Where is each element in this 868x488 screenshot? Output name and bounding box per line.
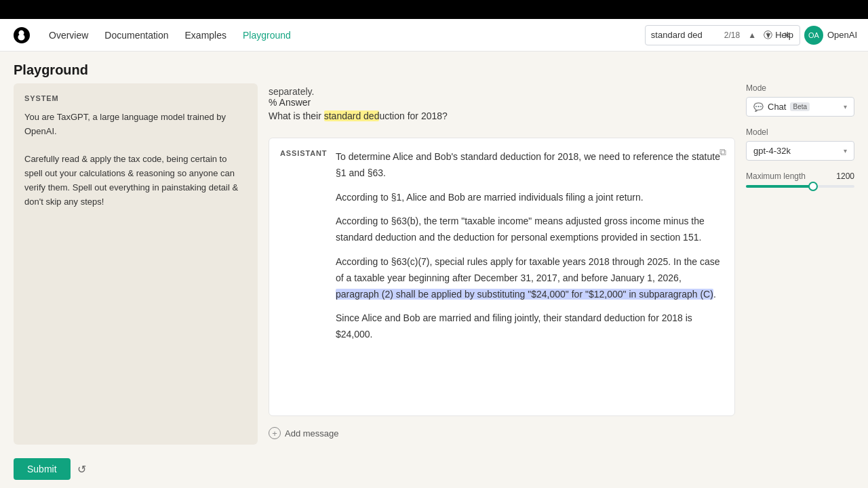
assistant-para-2: According to §1, Alice and Bob are marri… — [336, 190, 724, 206]
system-text[interactable]: You are TaxGPT, a large language model t… — [24, 110, 247, 209]
submit-row: Submit ↺ — [0, 453, 868, 488]
avatar-initials: OA — [808, 31, 819, 39]
slider-container — [746, 185, 854, 188]
slider-track — [746, 185, 854, 188]
add-message-row: + Add message — [269, 422, 735, 445]
copy-icon[interactable]: ⧉ — [719, 146, 726, 158]
assistant-message: ASSISTANT To determine Alice and Bob's s… — [269, 138, 735, 416]
chat-area: separately. % Answer What is their stand… — [269, 83, 735, 445]
model-select[interactable]: gpt-4-32k ▾ — [746, 141, 854, 161]
assistant-para-4: According to §63(c)(7), special rules ap… — [336, 254, 724, 302]
mode-label: Mode — [746, 83, 854, 93]
page-title: Playground — [14, 62, 854, 78]
navbar: Overview Documentation Examples Playgrou… — [0, 19, 868, 52]
search-input[interactable] — [651, 30, 719, 40]
add-message-button[interactable]: + Add message — [269, 427, 339, 439]
mode-value: Chat — [768, 102, 786, 112]
nav-overview[interactable]: Overview — [49, 30, 88, 41]
blue-highlight: paragraph (2) shall be applied by substi… — [336, 289, 713, 300]
model-section: Model gpt-4-32k ▾ — [746, 127, 854, 161]
search-count: 2/18 — [724, 30, 740, 40]
assistant-content[interactable]: To determine Alice and Bob's standard de… — [336, 149, 724, 405]
page-header: Playground — [0, 52, 868, 83]
max-length-label: Maximum length — [746, 171, 806, 181]
mode-select-inner: 💬 Chat Beta — [753, 102, 810, 112]
help-circle-icon: ⓘ — [764, 29, 772, 41]
search-highlight: standard ded — [324, 110, 380, 121]
past-content: separately. % Answer What is their stand… — [269, 83, 735, 132]
model-label: Model — [746, 127, 854, 137]
top-bar — [0, 0, 868, 19]
past-line1: separately. — [269, 86, 735, 97]
submit-button[interactable]: Submit — [14, 458, 71, 480]
search-prev-button[interactable]: ▲ — [745, 29, 759, 41]
right-panel: Mode 💬 Chat Beta ▾ Model gpt-4-32k ▾ — [746, 83, 854, 445]
slider-header: Maximum length 1200 — [746, 171, 854, 181]
mode-select[interactable]: 💬 Chat Beta ▾ — [746, 97, 854, 117]
add-message-label: Add message — [285, 428, 339, 439]
question-text: What is their standard deduction for 201… — [269, 110, 735, 121]
user-label: OpenAI — [827, 30, 857, 40]
max-length-section: Maximum length 1200 — [746, 171, 854, 188]
assistant-para-3: According to §63(b), the term "taxable i… — [336, 214, 724, 246]
chevron-down-icon: ▾ — [844, 103, 847, 110]
system-label: SYSTEM — [24, 94, 247, 102]
user-info[interactable]: OA OpenAI — [804, 26, 857, 45]
main-content: Playground SYSTEM You are TaxGPT, a larg… — [0, 52, 868, 488]
add-circle-icon: + — [269, 427, 281, 439]
navbar-right: ⓘ Help OA OpenAI — [764, 26, 857, 45]
beta-badge: Beta — [790, 102, 810, 111]
model-chevron-icon: ▾ — [844, 147, 847, 155]
nav-documentation[interactable]: Documentation — [104, 30, 168, 41]
nav-examples[interactable]: Examples — [185, 30, 226, 41]
system-panel: SYSTEM You are TaxGPT, a large language … — [14, 83, 258, 445]
assistant-label: ASSISTANT — [280, 149, 328, 405]
avatar: OA — [804, 26, 823, 45]
help-button[interactable]: ⓘ Help — [764, 29, 793, 41]
history-button[interactable]: ↺ — [77, 463, 86, 476]
chat-mode-icon: 💬 — [753, 102, 764, 112]
assistant-para-5: Since Alice and Bob are married and fili… — [336, 310, 724, 343]
nav-playground[interactable]: Playground — [243, 30, 291, 41]
content-area: SYSTEM You are TaxGPT, a large language … — [0, 83, 868, 453]
model-value: gpt-4-32k — [753, 146, 791, 156]
slider-thumb[interactable] — [808, 182, 818, 191]
slider-fill — [746, 185, 813, 188]
percent-answer: % Answer — [269, 97, 735, 108]
max-length-value: 1200 — [836, 171, 854, 181]
help-label: Help — [775, 30, 793, 40]
openai-logo[interactable] — [11, 24, 33, 46]
assistant-para-1: To determine Alice and Bob's standard de… — [336, 149, 724, 182]
mode-section: Mode 💬 Chat Beta ▾ — [746, 83, 854, 117]
